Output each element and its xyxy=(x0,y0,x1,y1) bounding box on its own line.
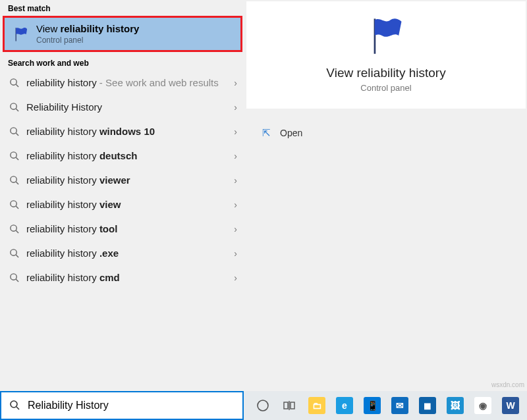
taskbar-app-edge[interactable]: e xyxy=(333,394,356,417)
chevron-right-icon: › xyxy=(234,199,237,210)
svg-point-2 xyxy=(10,103,16,109)
open-label: Open xyxy=(280,128,302,138)
search-icon xyxy=(8,224,20,234)
flag-icon xyxy=(13,26,30,43)
open-button[interactable]: ⇱ Open xyxy=(258,120,514,145)
open-icon: ⇱ xyxy=(262,127,271,139)
best-match-title: View reliability history xyxy=(36,23,139,34)
svg-rect-22 xyxy=(291,402,294,409)
search-result[interactable]: reliability history viewer› xyxy=(0,168,245,192)
taskbar-app-app-blue[interactable]: ◼ xyxy=(416,394,439,417)
chevron-right-icon: › xyxy=(234,102,237,113)
svg-point-18 xyxy=(11,401,17,407)
taskbar-app-file-explorer[interactable]: 🗀 xyxy=(306,394,328,417)
taskbar-app-word[interactable]: W xyxy=(499,394,522,417)
chevron-right-icon: › xyxy=(234,151,237,161)
search-icon xyxy=(8,102,20,112)
search-result[interactable]: reliability history .exe› xyxy=(0,241,245,265)
svg-point-4 xyxy=(10,128,16,134)
detail-subtitle: Control panel xyxy=(360,83,411,93)
best-match-subtitle: Control panel xyxy=(36,36,139,45)
svg-point-0 xyxy=(10,79,16,85)
search-result[interactable]: reliability history windows 10› xyxy=(0,119,245,144)
chevron-right-icon: › xyxy=(234,248,237,259)
taskbar-app-photos[interactable]: 🖼 xyxy=(444,394,466,417)
detail-panel: View reliability history Control panel ⇱… xyxy=(245,0,527,391)
search-result-label: reliability history viewer xyxy=(20,174,234,186)
search-result[interactable]: reliability history - See work and web r… xyxy=(0,70,245,95)
best-match-title-prefix: View xyxy=(36,23,60,34)
search-input[interactable] xyxy=(28,400,235,411)
search-icon xyxy=(8,151,20,161)
search-icon xyxy=(8,126,20,136)
svg-rect-21 xyxy=(284,402,288,409)
taskbar: 🗀e📱✉◼🖼◉W xyxy=(0,391,527,420)
taskbar-app-mail[interactable]: ✉ xyxy=(389,394,411,417)
search-icon xyxy=(8,273,20,282)
chevron-right-icon: › xyxy=(234,224,237,234)
svg-point-10 xyxy=(10,201,16,207)
svg-line-17 xyxy=(16,279,18,282)
chevron-right-icon: › xyxy=(234,273,237,283)
taskbar-search[interactable] xyxy=(0,391,244,420)
svg-line-9 xyxy=(16,182,18,184)
chevron-right-icon: › xyxy=(234,175,237,186)
search-result-label: reliability history - See work and web r… xyxy=(20,77,234,88)
best-match-title-bold: reliability history xyxy=(60,23,139,34)
search-result[interactable]: reliability history cmd› xyxy=(0,265,245,290)
detail-title: View reliability history xyxy=(326,66,445,80)
section-work-web: Search work and web xyxy=(0,55,245,70)
best-match-highlight: View reliability history Control panel xyxy=(3,16,242,52)
svg-line-7 xyxy=(16,157,18,160)
svg-line-15 xyxy=(16,255,18,257)
search-results-panel: Best match View reliability history Cont… xyxy=(0,0,245,391)
svg-line-5 xyxy=(16,133,18,136)
search-icon xyxy=(9,400,20,412)
svg-line-19 xyxy=(16,407,19,409)
search-result-label: Reliability History xyxy=(20,101,234,113)
task-view-icon[interactable] xyxy=(279,396,299,415)
svg-point-8 xyxy=(10,176,16,182)
taskbar-app-your-phone[interactable]: 📱 xyxy=(361,394,383,417)
flag-icon xyxy=(365,14,407,57)
search-result-label: reliability history view xyxy=(20,199,234,210)
search-result[interactable]: reliability history deutsch› xyxy=(0,144,245,168)
search-result-label: reliability history .exe xyxy=(20,248,234,259)
search-result-label: reliability history tool xyxy=(20,223,234,234)
results-list: reliability history - See work and web r… xyxy=(0,70,245,391)
cortana-icon[interactable] xyxy=(253,396,273,415)
search-icon xyxy=(8,199,20,209)
svg-line-1 xyxy=(16,84,18,87)
taskbar-app-chrome[interactable]: ◉ xyxy=(472,394,494,417)
chevron-right-icon: › xyxy=(234,78,237,88)
detail-hero: View reliability history Control panel xyxy=(246,1,526,109)
chevron-right-icon: › xyxy=(234,126,237,137)
watermark: wsxdn.com xyxy=(491,381,524,388)
svg-point-14 xyxy=(10,249,16,255)
search-result-label: reliability history deutsch xyxy=(20,150,234,161)
svg-line-11 xyxy=(16,206,18,209)
search-result[interactable]: reliability history tool› xyxy=(0,217,245,241)
svg-point-6 xyxy=(10,152,16,158)
search-result-label: reliability history cmd xyxy=(20,272,234,283)
search-icon xyxy=(8,175,20,185)
search-result[interactable]: Reliability History› xyxy=(0,95,245,119)
best-match-item[interactable]: View reliability history Control panel xyxy=(5,18,240,50)
search-result[interactable]: reliability history view› xyxy=(0,192,245,217)
section-best-match: Best match xyxy=(0,0,245,16)
search-result-label: reliability history windows 10 xyxy=(20,126,234,137)
svg-line-3 xyxy=(16,109,18,111)
search-icon xyxy=(8,248,20,258)
svg-point-16 xyxy=(10,274,16,280)
best-match-text: View reliability history Control panel xyxy=(36,23,139,45)
detail-actions: ⇱ Open xyxy=(245,115,527,151)
svg-point-20 xyxy=(258,400,268,411)
svg-point-12 xyxy=(10,225,16,231)
taskbar-apps: 🗀e📱✉◼🖼◉W xyxy=(244,394,527,417)
search-icon xyxy=(8,78,20,88)
svg-line-13 xyxy=(16,230,18,233)
